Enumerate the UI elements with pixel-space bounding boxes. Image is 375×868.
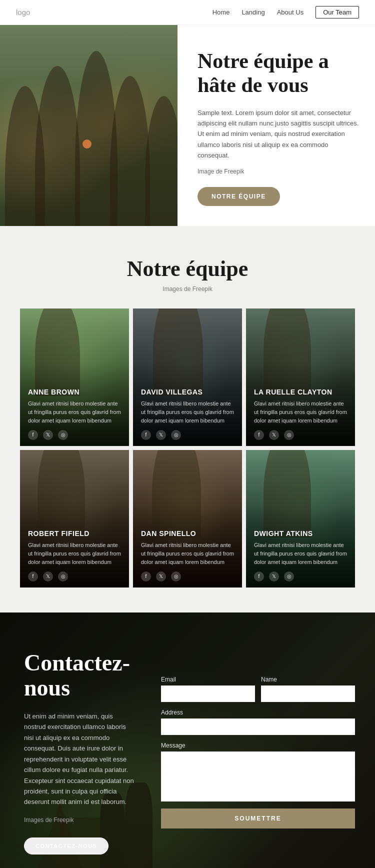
card-desc-1: Glavi amet ritnisi libero molestie ante … <box>28 400 121 425</box>
twitter-icon-6[interactable]: 𝕏 <box>269 572 279 582</box>
hero-section: Notre équipe a hâte de vous Sample text.… <box>0 25 375 226</box>
twitter-icon-4[interactable]: 𝕏 <box>43 572 53 582</box>
message-input[interactable] <box>161 752 355 802</box>
address-input[interactable] <box>161 718 355 735</box>
card-desc-2: Glavi amet ritnisi libero molestie ante … <box>141 400 234 425</box>
name-input[interactable] <box>261 686 355 702</box>
card-socials-5: f 𝕏 ◎ <box>141 572 234 582</box>
twitter-icon-5[interactable]: 𝕏 <box>156 572 166 582</box>
card-name-3: LA RUELLE CLAYTON <box>254 388 347 396</box>
team-credit: Images de Freepik <box>20 286 355 292</box>
nav-about[interactable]: About Us <box>277 8 304 16</box>
card-name-4: ROBERT FIFIELD <box>28 530 121 538</box>
card-socials-4: f 𝕏 ◎ <box>28 572 121 582</box>
card-socials-1: f 𝕏 ◎ <box>28 430 121 440</box>
hero-content: Notre équipe a hâte de vous Sample text.… <box>178 25 375 226</box>
hero-cta-button[interactable]: NOTRE ÉQUIPE <box>198 187 280 206</box>
card-socials-2: f 𝕏 ◎ <box>141 430 234 440</box>
contact-cta-button[interactable]: CONTACTEZ-NOUS <box>24 838 108 854</box>
hero-text: Sample text. Lorem ipsum dolor sit amet,… <box>198 108 359 161</box>
nav-landing[interactable]: Landing <box>242 8 264 16</box>
email-input[interactable] <box>161 686 255 702</box>
card-name-5: DAN SPINELLO <box>141 530 234 538</box>
facebook-icon-6[interactable]: f <box>254 572 264 582</box>
facebook-icon-5[interactable]: f <box>141 572 151 582</box>
facebook-icon-4[interactable]: f <box>28 572 38 582</box>
facebook-icon-1[interactable]: f <box>28 430 38 440</box>
nav-links: Home Landing About Us Our Team <box>212 6 359 18</box>
team-grid: ANNE BROWN Glavi amet ritnisi libero mol… <box>20 308 355 588</box>
team-card-1[interactable]: ANNE BROWN Glavi amet ritnisi libero mol… <box>20 308 129 446</box>
contact-left: Contactez-nous Ut enim ad minim veniam, … <box>0 612 151 868</box>
navbar: logo Home Landing About Us Our Team <box>0 0 375 25</box>
instagram-icon-4[interactable]: ◎ <box>58 572 68 582</box>
team-card-2[interactable]: DAVID VILLEGAS Glavi amet ritnisi libero… <box>133 308 242 446</box>
contact-text: Ut enim ad minim veniam, quis nostrud ex… <box>24 711 135 808</box>
instagram-icon-2[interactable]: ◎ <box>171 430 181 440</box>
card-name-2: DAVID VILLEGAS <box>141 388 234 396</box>
team-card-5[interactable]: DAN SPINELLO Glavi amet ritnisi libero m… <box>133 450 242 588</box>
card-desc-3: Glavi amet ritnisi libero molestie ante … <box>254 400 347 425</box>
name-label: Name <box>261 676 355 683</box>
card-name-1: ANNE BROWN <box>28 388 121 396</box>
card-socials-6: f 𝕏 ◎ <box>254 572 347 582</box>
email-label: Email <box>161 676 255 683</box>
card-desc-5: Glavi amet ritnisi libero molestie ante … <box>141 541 234 566</box>
card-name-6: DWIGHT ATKINS <box>254 530 347 538</box>
facebook-icon-3[interactable]: f <box>254 430 264 440</box>
team-card-4[interactable]: ROBERT FIFIELD Glavi amet ritnisi libero… <box>20 450 129 588</box>
twitter-icon-2[interactable]: 𝕏 <box>156 430 166 440</box>
card-desc-6: Glavi amet ritnisi libero molestie ante … <box>254 541 347 566</box>
address-label: Address <box>161 709 355 716</box>
nav-ourteam[interactable]: Our Team <box>316 6 359 18</box>
twitter-icon-3[interactable]: 𝕏 <box>269 430 279 440</box>
contact-credit: Images de Freepik <box>24 816 135 824</box>
nav-home[interactable]: Home <box>212 8 230 16</box>
contact-section: Contactez-nous Ut enim ad minim veniam, … <box>0 612 375 868</box>
contact-title: Contactez-nous <box>24 650 135 701</box>
logo: logo <box>16 8 30 16</box>
hero-credit: Image de Freepik <box>198 168 359 175</box>
card-desc-4: Glavi amet ritnisi libero molestie ante … <box>28 541 121 566</box>
instagram-icon-5[interactable]: ◎ <box>171 572 181 582</box>
team-title: Notre équipe <box>20 256 355 282</box>
team-card-3[interactable]: LA RUELLE CLAYTON Glavi amet ritnisi lib… <box>246 308 355 446</box>
instagram-icon-3[interactable]: ◎ <box>284 430 294 440</box>
hero-image <box>0 25 178 226</box>
contact-right: Email Name Address Message SOUMETTRE <box>151 612 375 868</box>
message-label: Message <box>161 742 355 749</box>
team-card-6[interactable]: DWIGHT ATKINS Glavi amet ritnisi libero … <box>246 450 355 588</box>
submit-button[interactable]: SOUMETTRE <box>161 808 355 828</box>
contact-form: Email Name Address Message SOUMETTRE <box>161 676 355 828</box>
card-socials-3: f 𝕏 ◎ <box>254 430 347 440</box>
facebook-icon-2[interactable]: f <box>141 430 151 440</box>
instagram-icon-6[interactable]: ◎ <box>284 572 294 582</box>
team-section: Notre équipe Images de Freepik ANNE BROW… <box>0 226 375 612</box>
instagram-icon-1[interactable]: ◎ <box>58 430 68 440</box>
hero-title: Notre équipe a hâte de vous <box>198 49 359 98</box>
twitter-icon-1[interactable]: 𝕏 <box>43 430 53 440</box>
